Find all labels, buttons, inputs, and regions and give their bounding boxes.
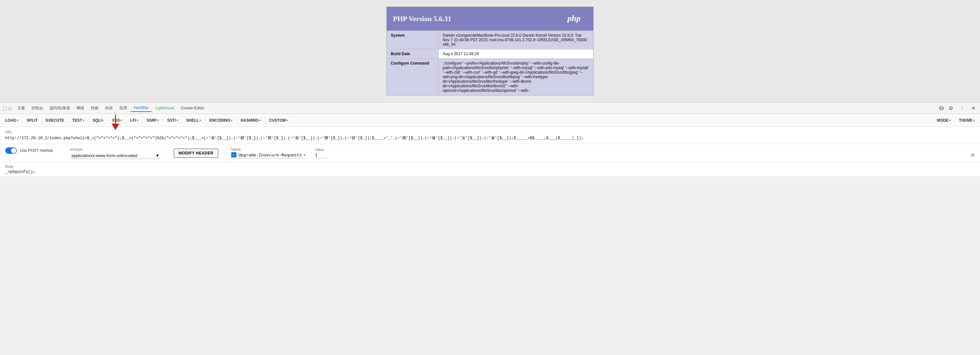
custom-arrow: ▾	[286, 119, 288, 122]
row-value: Darwin x1ongsecdeMacBook-Pro.local 22.6.…	[439, 31, 593, 49]
enctype-dropdown-arrow: ▼	[155, 153, 159, 158]
php-header: PHP Version 5.6.31 php	[387, 7, 593, 30]
encoding-arrow: ▾	[231, 119, 232, 122]
sqli-button[interactable]: SQLI ▾	[90, 117, 107, 124]
header-value-row: 1	[315, 153, 328, 158]
shell-arrow: ▾	[199, 119, 201, 122]
header-form-row: Name Upgrade-Insecure-Requests ▾ Value 1…	[231, 147, 975, 158]
header-name-input[interactable]: Upgrade-Insecure-Requests	[239, 153, 302, 158]
enctype-select[interactable]: application/x-www-form-urlencoded ▼	[70, 153, 161, 159]
table-row: Build DateAug 4 2017 11:49:28	[387, 49, 593, 59]
devtools-right-icons: 1 ⚙ ⋮ ✕	[939, 105, 977, 112]
divider-2	[41, 117, 42, 124]
tab-network[interactable]: 网络	[73, 104, 88, 112]
hashing-arrow: ▾	[259, 119, 261, 122]
ssti-button[interactable]: SSTI ▾	[164, 117, 181, 124]
row-key: Configure Command	[387, 59, 439, 96]
tab-lighthouse[interactable]: Lighthouse	[152, 105, 177, 111]
divider-7	[142, 117, 142, 124]
row-value: './configure' '--prefix=/Applications/Mx…	[439, 59, 593, 96]
tab-cookie-editor[interactable]: Cookie-Editor	[177, 105, 208, 111]
mode-button[interactable]: MODE ▾	[934, 117, 953, 124]
url-section: URL http://172.20.10.2/index.php?shell=$…	[0, 127, 980, 144]
encoding-button[interactable]: ENCODING ▾	[207, 117, 235, 124]
php-info-table: SystemDarwin x1ongsecdeMacBook-Pro.local…	[387, 30, 593, 96]
table-row: SystemDarwin x1ongsecdeMacBook-Pro.local…	[387, 31, 593, 49]
cursor-icon[interactable]: ⬚	[3, 105, 7, 111]
header-name-dropdown[interactable]: ▾	[304, 153, 305, 157]
header-name-value-row: Upgrade-Insecure-Requests ▾	[231, 152, 305, 158]
execute-button[interactable]: EXECUTE	[43, 117, 67, 124]
main-wrapper: PHP Version 5.6.31 php SystemDarwin x1on…	[0, 0, 980, 355]
url-area: URL http://172.20.10.2/index.php?shell=$…	[0, 127, 980, 144]
lfi-button[interactable]: LFI ▾	[127, 117, 141, 124]
xss-arrow: ▾	[120, 119, 122, 122]
url-value[interactable]: http://172.20.10.2/index.php?shell=$_=("…	[5, 135, 975, 141]
test-button[interactable]: TEST ▾	[70, 117, 87, 124]
tab-elements[interactable]: 元素	[14, 104, 28, 112]
modify-header-button[interactable]: MODIFY HEADER	[174, 149, 218, 158]
php-logo: php	[561, 11, 587, 26]
enctype-label: enctype	[70, 147, 161, 151]
sqli-arrow: ▾	[102, 119, 104, 122]
xss-button[interactable]: XSS ▾	[109, 117, 124, 124]
ssti-arrow: ▾	[177, 119, 178, 122]
row-key: System	[387, 31, 439, 49]
header-name-label: Name	[231, 147, 305, 151]
tab-sources[interactable]: 源代码/来源	[46, 104, 73, 112]
right-toolbar-buttons: MODE ▾ THEME ▾	[932, 117, 977, 124]
divider-6	[126, 117, 126, 124]
tab-memory[interactable]: 内存	[102, 104, 116, 112]
close-devtools-button[interactable]: ✕	[969, 105, 977, 112]
header-form: Name Upgrade-Insecure-Requests ▾ Value 1…	[231, 147, 975, 158]
tab-console[interactable]: 控制台	[28, 104, 46, 112]
test-arrow: ▾	[83, 119, 84, 122]
shell-button[interactable]: SHELL ▾	[183, 117, 204, 124]
hashing-button[interactable]: HASHING ▾	[238, 117, 263, 124]
devtools-tabbar: ⬚ □ 元素 控制台 源代码/来源 网络 性能 内存 应用 HackBar Li…	[0, 102, 980, 114]
use-post-label: Use POST method	[20, 148, 53, 153]
divider-4	[88, 117, 89, 124]
header-value-label: Value	[315, 148, 328, 151]
split-button[interactable]: SPLIT	[24, 117, 40, 124]
ssrf-arrow: ▾	[157, 119, 159, 122]
header-value-field: Value 1	[315, 148, 328, 158]
tab-application[interactable]: 应用	[116, 104, 130, 112]
header-name-checkbox[interactable]	[231, 152, 236, 158]
header-row-close-button[interactable]: ✕	[970, 152, 975, 158]
box-icon[interactable]: □	[8, 105, 11, 111]
body-value[interactable]: _=phpinfo();	[5, 169, 975, 174]
divider-3	[68, 117, 68, 124]
theme-arrow: ▾	[973, 119, 975, 122]
divider-11	[236, 117, 237, 124]
divider-8	[163, 117, 163, 124]
divider-5	[108, 117, 108, 124]
body-area: Body _=phpinfo();	[0, 162, 980, 176]
svg-text:php: php	[567, 14, 581, 23]
mode-arrow: ▾	[949, 119, 951, 122]
row-key: Build Date	[387, 49, 439, 59]
table-row: Configure Command'./configure' '--prefix…	[387, 59, 593, 96]
load-arrow: ▾	[17, 119, 19, 122]
divider-1	[22, 117, 23, 124]
settings-button[interactable]: ⚙	[947, 105, 955, 112]
enctype-area: enctype application/x-www-form-urlencode…	[70, 147, 161, 159]
lfi-arrow: ▾	[137, 119, 138, 122]
php-info-area: PHP Version 5.6.31 php SystemDarwin x1on…	[386, 6, 594, 96]
enctype-value: application/x-www-form-urlencoded	[72, 153, 137, 158]
custom-button[interactable]: CUSTOM ▾	[266, 117, 291, 124]
header-value-input[interactable]: 1	[315, 153, 328, 158]
hackbar-toolbar: LOAD ▾ SPLIT EXECUTE TEST ▾ SQLI ▾ XSS ▾…	[0, 114, 980, 127]
use-post-toggle[interactable]	[5, 147, 17, 154]
notification-badge: 1	[939, 106, 944, 110]
ssrf-button[interactable]: SSRF ▾	[144, 117, 162, 124]
tab-performance[interactable]: 性能	[88, 104, 102, 112]
body-label: Body	[5, 164, 975, 169]
divider-9	[182, 117, 182, 124]
tab-hackbar[interactable]: HackBar	[130, 104, 152, 112]
post-toggle-area: Use POST method	[5, 147, 57, 154]
url-label: URL	[5, 130, 975, 134]
theme-button[interactable]: THEME ▾	[956, 117, 977, 124]
more-options-button[interactable]: ⋮	[958, 105, 967, 112]
load-button[interactable]: LOAD ▾	[3, 117, 21, 124]
